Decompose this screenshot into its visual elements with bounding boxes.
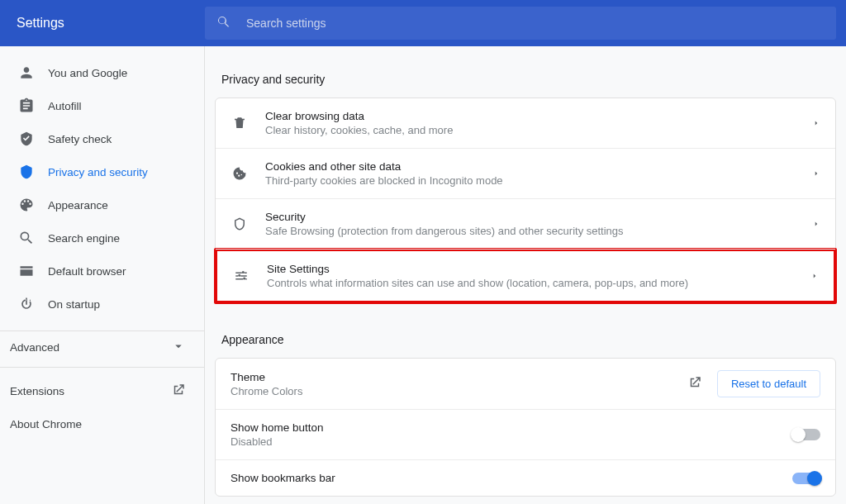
row-site-settings[interactable]: Site Settings Controls what information … [217,251,834,301]
privacy-card: Clear browsing data Clear history, cooki… [215,97,836,303]
chevron-down-icon [171,339,186,356]
sidebar-item-label: Privacy and security [48,166,148,178]
advanced-toggle[interactable]: Advanced [0,330,204,364]
home-title: Show home button [231,421,792,434]
row-title: Security [265,211,812,223]
chevron-right-icon [812,220,820,228]
sidebar-item-privacy-security[interactable]: Privacy and security [0,155,204,188]
sidebar-item-label: Safety check [48,133,112,145]
sidebar-item-label: Search engine [48,232,120,245]
chevron-right-icon [812,169,820,178]
chevron-right-icon [810,272,819,280]
sidebar-item-appearance[interactable]: Appearance [0,188,204,221]
sidebar-item-safety-check[interactable]: Safety check [0,122,204,155]
row-title: Cookies and other site data [265,160,812,173]
bookmarks-bar-toggle[interactable] [792,473,820,484]
extensions-label: Extensions [10,385,64,397]
sidebar-divider [0,367,204,368]
row-theme[interactable]: Theme Chrome Colors Reset to default [216,359,835,410]
row-security[interactable]: Security Safe Browsing (protection from … [216,199,835,250]
row-cookies[interactable]: Cookies and other site data Third-party … [216,149,835,199]
sidebar-extensions[interactable]: Extensions [0,374,204,407]
open-external-icon[interactable] [687,375,702,392]
sidebar-item-label: You and Google [48,67,127,79]
chevron-right-icon [812,119,820,127]
open-external-icon [171,383,186,400]
row-sub: Clear history, cookies, cache, and more [265,124,812,136]
trash-icon [231,116,249,131]
bookmarks-title: Show bookmarks bar [231,472,792,484]
section-privacy-title: Privacy and security [205,66,846,97]
sidebar-item-you-and-google[interactable]: You and Google [0,56,204,89]
home-button-toggle[interactable] [792,429,820,440]
power-icon [18,296,35,312]
shield-check-icon [18,131,35,147]
row-sub: Third-party cookies are blocked in Incog… [265,174,812,187]
row-title: Clear browsing data [265,110,812,122]
row-title: Site Settings [267,263,810,275]
appearance-card: Theme Chrome Colors Reset to default Sho… [215,358,836,497]
sidebar-about-chrome[interactable]: About Chrome [0,407,204,440]
home-sub: Disabled [231,435,792,448]
sidebar-item-label: Default browser [48,265,126,278]
palette-icon [18,197,35,213]
sidebar-item-label: Appearance [48,199,108,212]
section-appearance-title: Appearance [205,326,846,358]
theme-title: Theme [231,371,687,383]
reset-to-default-button[interactable]: Reset to default [717,370,820,397]
sidebar-item-autofill[interactable]: Autofill [0,89,204,122]
person-icon [18,64,35,81]
sidebar-item-search-engine[interactable]: Search engine [0,221,204,254]
shield-outline-icon [231,216,249,231]
browser-icon [18,263,35,279]
row-bookmarks-bar: Show bookmarks bar [216,460,835,496]
search-icon [216,15,246,32]
theme-sub: Chrome Colors [231,385,687,397]
sidebar-item-default-browser[interactable]: Default browser [0,254,204,288]
magnify-icon [18,230,35,246]
sidebar-item-on-startup[interactable]: On startup [0,288,204,321]
row-sub: Safe Browsing (protection from dangerous… [265,225,812,237]
sidebar-item-label: On startup [48,298,100,311]
sliders-icon [232,269,250,283]
main-panel: Privacy and security Clear browsing data… [205,46,846,504]
cookie-icon [231,166,249,181]
advanced-label: Advanced [10,341,59,354]
sidebar-item-label: Autofill [48,100,82,112]
row-home-button: Show home button Disabled [216,410,835,460]
highlight-site-settings: Site Settings Controls what information … [214,248,837,304]
shield-icon [18,164,35,180]
app-title: Settings [0,16,205,31]
search-input[interactable] [246,17,825,30]
row-clear-browsing-data[interactable]: Clear browsing data Clear history, cooki… [216,98,835,149]
clipboard-icon [18,97,35,114]
row-sub: Controls what information sites can use … [267,277,810,289]
sidebar: You and Google Autofill Safety check Pri… [0,46,205,504]
about-label: About Chrome [10,418,82,430]
search-box[interactable] [205,7,836,40]
top-bar: Settings [0,0,846,46]
